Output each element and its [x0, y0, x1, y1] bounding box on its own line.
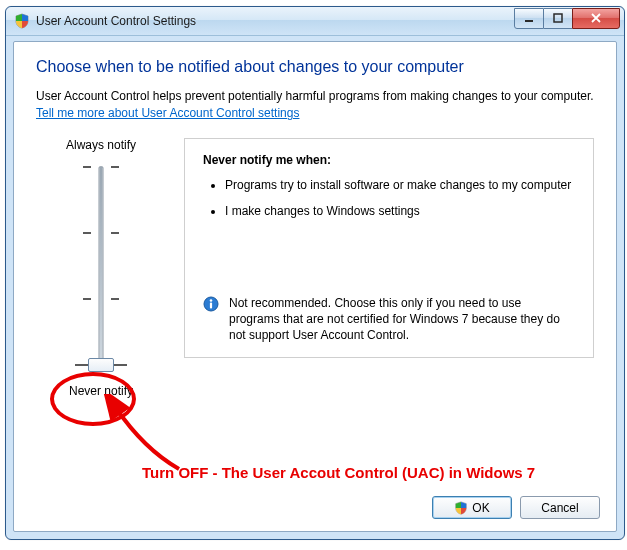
minimize-button[interactable]: [514, 8, 544, 29]
page-heading: Choose when to be notified about changes…: [36, 58, 594, 76]
cancel-button-label: Cancel: [541, 501, 578, 515]
titlebar[interactable]: User Account Control Settings: [6, 7, 624, 36]
description-list: Programs try to install software or make…: [203, 177, 575, 219]
slider-thumb[interactable]: [88, 358, 114, 372]
svg-point-3: [210, 299, 213, 302]
body-row: Always notify Never notify: [36, 138, 594, 398]
uac-settings-window: User Account Control Settings Choose whe…: [5, 6, 625, 540]
svg-rect-1: [554, 14, 562, 22]
uac-shield-icon: [14, 13, 30, 29]
slider-tick: [111, 298, 119, 300]
recommendation-text: Not recommended. Choose this only if you…: [229, 295, 575, 344]
slider-track: [99, 166, 104, 370]
intro-text: User Account Control helps prevent poten…: [36, 88, 594, 104]
recommendation-note: Not recommended. Choose this only if you…: [203, 295, 575, 344]
description-title: Never notify me when:: [203, 153, 575, 167]
slider-column: Always notify Never notify: [36, 138, 166, 398]
annotation-arrow-icon: [104, 394, 194, 484]
learn-more-link[interactable]: Tell me more about User Account Control …: [36, 106, 299, 120]
description-panel: Never notify me when: Programs try to in…: [184, 138, 594, 358]
ok-button-label: OK: [472, 501, 489, 515]
info-icon: [203, 296, 219, 312]
cancel-button[interactable]: Cancel: [520, 496, 600, 519]
slider-label-top: Always notify: [36, 138, 166, 152]
list-item: I make changes to Windows settings: [225, 203, 575, 219]
dialog-footer: OK Cancel: [432, 496, 600, 519]
svg-rect-4: [210, 302, 212, 308]
svg-rect-0: [525, 20, 533, 22]
maximize-button[interactable]: [544, 8, 572, 29]
annotation-text: Turn OFF - The User Accout Control (UAC)…: [142, 464, 535, 481]
slider-tick: [83, 232, 91, 234]
content: Choose when to be notified about changes…: [36, 58, 594, 398]
slider-tick: [111, 166, 119, 168]
list-item: Programs try to install software or make…: [225, 177, 575, 193]
window-controls: [514, 8, 620, 29]
notification-level-slider[interactable]: [61, 158, 141, 378]
ok-button[interactable]: OK: [432, 496, 512, 519]
close-button[interactable]: [572, 8, 620, 29]
uac-shield-icon: [454, 501, 468, 515]
slider-tick: [83, 298, 91, 300]
slider-tick: [83, 166, 91, 168]
slider-tick: [111, 232, 119, 234]
window-title: User Account Control Settings: [36, 7, 514, 35]
slider-label-bottom: Never notify: [36, 384, 166, 398]
client-area: Choose when to be notified about changes…: [13, 41, 617, 532]
